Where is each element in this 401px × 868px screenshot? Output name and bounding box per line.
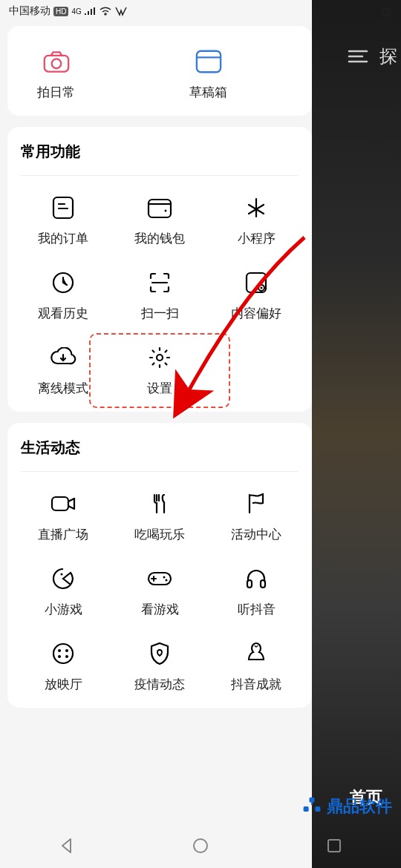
offline-item[interactable]: 离线模式 <box>15 344 111 397</box>
hd-badge: HD <box>53 7 68 16</box>
svg-point-27 <box>194 839 207 852</box>
preference-item[interactable]: 内容偏好 <box>208 269 304 322</box>
food-label: 吃喝玩乐 <box>134 526 185 543</box>
life-title: 生活动态 <box>15 438 304 458</box>
life-card: 生活动态 直播广场 吃喝玩乐 活动中心 小游戏 看游戏 <box>7 423 312 708</box>
alarm-icon <box>380 5 392 17</box>
minigame-item[interactable]: 小游戏 <box>15 565 111 618</box>
offline-label: 离线模式 <box>38 380 88 397</box>
watch-game-label: 看游戏 <box>141 601 179 618</box>
scan-label: 扫一扫 <box>141 305 179 322</box>
watermark: 鼎品软件 <box>301 795 392 818</box>
svg-point-6 <box>165 210 167 212</box>
pandemic-item[interactable]: 疫情动态 <box>111 640 208 693</box>
recent-button[interactable] <box>318 829 351 862</box>
my-orders-label: 我的订单 <box>38 230 88 247</box>
svg-point-21 <box>65 649 68 652</box>
shoot-daily-item[interactable]: 拍日常 <box>37 48 75 101</box>
history-item[interactable]: 观看历史 <box>15 269 111 322</box>
svg-rect-1 <box>44 56 68 72</box>
history-icon <box>50 269 76 296</box>
drafts-icon <box>195 48 222 75</box>
headphone-icon <box>243 565 270 592</box>
top-card: 拍日常 草稿箱 <box>7 26 312 116</box>
android-nav-bar <box>0 823 401 868</box>
order-icon <box>50 194 76 221</box>
svg-point-20 <box>58 649 61 652</box>
camera-icon <box>43 48 70 75</box>
scan-item[interactable]: 扫一扫 <box>111 269 208 322</box>
my-orders-item[interactable]: 我的订单 <box>15 194 111 247</box>
live-icon <box>50 490 76 517</box>
history-label: 观看历史 <box>38 305 88 322</box>
shoot-daily-label: 拍日常 <box>37 84 75 101</box>
activity-label: 活动中心 <box>231 526 281 543</box>
wifi-icon <box>100 7 111 16</box>
flag-icon <box>243 490 270 517</box>
svg-point-15 <box>163 576 166 579</box>
scan-icon <box>146 269 173 296</box>
settings-icon <box>146 344 173 371</box>
divider <box>21 175 299 176</box>
extra-icon <box>114 6 128 16</box>
food-icon <box>146 490 173 517</box>
bg-explore-text[interactable]: 探 <box>379 45 397 68</box>
home-button[interactable] <box>184 829 217 862</box>
menu-icon[interactable] <box>348 48 368 65</box>
back-button[interactable] <box>50 829 83 862</box>
watermark-icon <box>301 796 322 817</box>
live-square-item[interactable]: 直播广场 <box>15 490 111 543</box>
svg-point-16 <box>166 579 168 582</box>
preference-icon <box>243 269 270 296</box>
common-functions-card: 常用功能 我的订单 我的钱包 小程序 观看历史 扫一扫 <box>7 127 312 412</box>
settings-item[interactable]: 设置 <box>111 344 208 397</box>
svg-point-11 <box>157 355 163 361</box>
offline-icon <box>50 344 76 371</box>
svg-rect-12 <box>52 497 68 510</box>
common-title: 常用功能 <box>15 142 304 162</box>
svg-rect-17 <box>247 580 252 588</box>
wallet-icon <box>146 194 173 221</box>
activity-item[interactable]: 活动中心 <box>208 490 304 543</box>
cinema-item[interactable]: 放映厅 <box>15 640 111 693</box>
shield-icon <box>146 640 173 667</box>
side-menu-panel: 拍日常 草稿箱 常用功能 我的订单 我的钱包 小程序 <box>7 26 312 719</box>
background-video-area: 探 首页 <box>312 0 401 868</box>
svg-point-2 <box>51 59 61 68</box>
svg-point-22 <box>58 655 61 658</box>
miniapp-item[interactable]: 小程序 <box>208 194 304 247</box>
status-bar: 中国移动 HD 4G <box>0 0 401 22</box>
miniapp-icon <box>243 194 270 221</box>
4g-text: 4G <box>71 7 81 16</box>
pacman-icon <box>50 565 76 592</box>
achievement-icon <box>243 640 270 667</box>
wallet-item[interactable]: 我的钱包 <box>111 194 208 247</box>
listen-label: 听抖音 <box>238 601 276 618</box>
cinema-label: 放映厅 <box>45 676 82 693</box>
svg-rect-5 <box>149 200 171 217</box>
divider <box>21 471 299 472</box>
svg-point-10 <box>261 287 263 289</box>
bg-top-nav: 探 <box>348 45 397 68</box>
signal-icon <box>85 7 97 16</box>
wallet-label: 我的钱包 <box>134 230 185 247</box>
pandemic-label: 疫情动态 <box>134 676 185 693</box>
drafts-item[interactable]: 草稿箱 <box>189 48 227 101</box>
food-item[interactable]: 吃喝玩乐 <box>111 490 208 543</box>
watch-game-item[interactable]: 看游戏 <box>111 565 208 618</box>
settings-label: 设置 <box>147 380 172 397</box>
live-label: 直播广场 <box>38 526 88 543</box>
miniapp-label: 小程序 <box>238 230 276 247</box>
minigame-label: 小游戏 <box>45 601 82 618</box>
preference-label: 内容偏好 <box>231 305 281 322</box>
svg-rect-3 <box>196 51 220 72</box>
svg-point-13 <box>61 573 63 576</box>
svg-rect-24 <box>310 798 315 803</box>
achievement-item[interactable]: 抖音成就 <box>208 640 304 693</box>
svg-rect-18 <box>261 580 265 588</box>
svg-rect-28 <box>328 840 340 852</box>
carrier-text: 中国移动 <box>9 4 50 18</box>
watermark-text: 鼎品软件 <box>327 795 392 818</box>
listen-item[interactable]: 听抖音 <box>208 565 304 618</box>
cinema-icon <box>50 640 76 667</box>
